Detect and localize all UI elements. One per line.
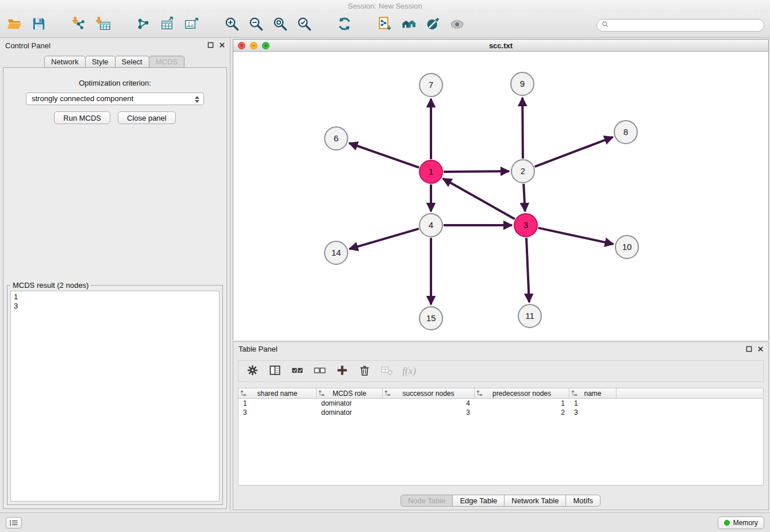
mcds-result-list[interactable]: 13 — [10, 291, 220, 502]
column-header-successor-nodes[interactable]: successor nodes — [383, 388, 475, 398]
new-table-button[interactable] — [159, 17, 176, 34]
toolbar-separator — [319, 17, 329, 34]
edge-3-1[interactable] — [443, 179, 515, 219]
node-label-8: 8 — [623, 127, 628, 137]
save-session-button[interactable] — [30, 17, 47, 34]
column-header-label: successor nodes — [402, 390, 454, 398]
zoom-fit-icon — [272, 16, 288, 34]
new-table-icon — [160, 16, 175, 34]
select-all-button[interactable] — [290, 364, 304, 378]
show-graphics-details-button[interactable] — [448, 17, 465, 34]
mcds-result-item[interactable]: 1 — [14, 292, 216, 302]
tab-network[interactable]: Network — [44, 56, 86, 68]
criterion-dropdown[interactable]: strongly connected component — [26, 92, 204, 105]
close-panel-button[interactable]: Close panel — [118, 111, 176, 124]
edge-4-14[interactable] — [349, 229, 419, 249]
close-window-icon[interactable] — [238, 42, 245, 49]
table-cell[interactable]: 3 — [238, 408, 317, 417]
status-bar: Memory — [0, 512, 770, 532]
control-panel-title: Control Panel — [5, 41, 51, 50]
node-table: shared nameMCDS rolesuccessor nodesprede… — [238, 388, 764, 485]
table-cell[interactable]: 1 — [475, 399, 569, 408]
column-header-label: predecessor nodes — [492, 390, 551, 398]
column-header-MCDS-role[interactable]: MCDS role — [317, 388, 383, 398]
zoom-fit-button[interactable] — [271, 17, 288, 34]
application-window: Session: New Session Control Panel Netwo… — [0, 0, 770, 532]
import-network-button[interactable] — [70, 17, 87, 34]
open-session-button[interactable] — [6, 17, 23, 34]
delete-columns-button[interactable] — [357, 364, 371, 378]
table-header-row: shared nameMCDS rolesuccessor nodesprede… — [238, 388, 763, 399]
clone-network-button[interactable] — [376, 17, 393, 34]
show-columns-button[interactable] — [268, 364, 282, 378]
create-column-button[interactable] — [335, 364, 349, 378]
zoom-in-icon — [224, 16, 240, 34]
table-cell[interactable]: 3 — [569, 408, 617, 417]
tab-network-table[interactable]: Network Table — [504, 495, 566, 507]
edge-2-9[interactable] — [522, 98, 523, 159]
edge-2-3[interactable] — [523, 184, 525, 211]
network-window-title: scc.txt — [489, 41, 513, 50]
zoom-out-button[interactable] — [247, 17, 264, 34]
memory-status-icon — [724, 520, 730, 526]
apply-layout-button[interactable] — [336, 17, 353, 34]
ndex-home-icon — [401, 16, 417, 34]
deselect-all-button[interactable] — [313, 364, 326, 378]
new-network-button[interactable] — [134, 17, 152, 34]
optimization-criterion-label: Optimization criterion: — [3, 79, 226, 87]
node-label-7: 7 — [429, 80, 433, 90]
tab-node-table[interactable]: Node Table — [401, 495, 453, 507]
import-network-icon — [71, 16, 87, 34]
zoom-selected-button[interactable] — [295, 17, 313, 34]
create-column-icon — [336, 364, 348, 379]
tab-style[interactable]: Style — [85, 56, 116, 68]
network-window-titlebar: scc.txt — [233, 40, 768, 52]
edge-3-11[interactable] — [526, 238, 529, 302]
status-menu-button[interactable] — [6, 517, 22, 529]
zoom-in-button[interactable] — [223, 17, 240, 34]
tab-motifs[interactable]: Motifs — [565, 495, 600, 507]
import-table-button[interactable] — [94, 17, 111, 34]
tab-select[interactable]: Select — [115, 56, 149, 68]
ndex-home-button[interactable] — [400, 17, 417, 34]
table-cell[interactable]: 4 — [383, 399, 475, 408]
float-panel-icon[interactable] — [207, 42, 214, 48]
edge-2-8[interactable] — [535, 137, 613, 167]
table-row[interactable]: 3dominator323 — [238, 408, 763, 417]
maximize-window-icon[interactable] — [262, 42, 270, 49]
style-brush-button[interactable] — [424, 17, 441, 34]
table-cell[interactable]: dominator — [317, 408, 383, 417]
table-cell[interactable]: 3 — [383, 408, 475, 417]
network-canvas[interactable]: 7968124314101511 — [233, 52, 768, 340]
search-input[interactable] — [612, 21, 759, 29]
tab-mcds[interactable]: MCDS — [149, 56, 184, 68]
edge-1-6[interactable] — [349, 143, 419, 168]
export-image-icon — [184, 16, 199, 34]
criterion-dropdown-value: strongly connected component — [32, 94, 133, 103]
table-cell[interactable]: 1 — [569, 399, 617, 408]
table-options-button[interactable] — [245, 364, 259, 378]
export-image-button[interactable] — [183, 17, 200, 34]
run-mcds-button[interactable]: Run MCDS — [54, 111, 110, 124]
column-header-name[interactable]: name — [569, 388, 617, 398]
table-row[interactable]: 1dominator411 — [238, 399, 763, 408]
table-cell[interactable]: 1 — [238, 399, 317, 408]
column-header-shared-name[interactable]: shared name — [238, 388, 317, 398]
mcds-result-item[interactable]: 3 — [14, 302, 216, 311]
network-graph[interactable]: 7968124314101511 — [233, 52, 768, 340]
toolbar-separator — [360, 17, 369, 34]
minimize-window-icon[interactable] — [250, 42, 257, 49]
table-cell[interactable]: 2 — [475, 408, 569, 417]
column-header-predecessor-nodes[interactable]: predecessor nodes — [475, 388, 569, 398]
edge-3-10[interactable] — [538, 228, 614, 244]
edge-1-2[interactable] — [444, 171, 509, 172]
column-tree-icon — [476, 390, 483, 396]
memory-button[interactable]: Memory — [718, 516, 764, 529]
table-cell[interactable]: dominator — [317, 399, 383, 408]
tab-edge-table[interactable]: Edge Table — [452, 495, 505, 507]
close-table-panel-icon[interactable] — [757, 346, 764, 352]
search-box[interactable] — [596, 19, 764, 32]
node-label-11: 11 — [525, 311, 534, 321]
close-panel-icon[interactable] — [219, 42, 225, 48]
float-table-panel-icon[interactable] — [746, 346, 752, 352]
